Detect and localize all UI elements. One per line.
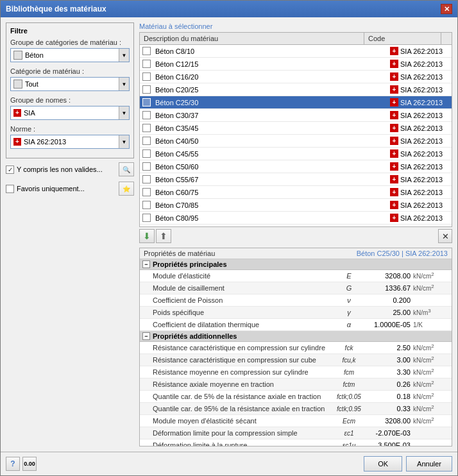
main-props-group-header[interactable]: − Propriétés principales: [140, 259, 452, 270]
material-row-code: +SIA 262:2013: [387, 111, 452, 119]
add-props-container: Résistance caractéristique en compressio…: [140, 342, 452, 446]
prop-symbol: fcm: [336, 369, 362, 376]
prop-row: Quantile car. de 5% de la résistance axi…: [140, 391, 452, 403]
main-props-toggle[interactable]: −: [142, 260, 150, 268]
prop-name: Coefficient de Poisson: [153, 296, 336, 304]
prop-unit: kN/cm2: [413, 284, 452, 292]
material-row-name: Béton C45/55: [153, 150, 387, 158]
prop-symbol: fctm: [336, 381, 362, 388]
bottom-bar: ? 0.00 OK Annuler: [1, 452, 457, 475]
material-row[interactable]: Béton C30/37+SIA 262:2013: [140, 109, 452, 122]
prop-symbol: Ecm: [336, 418, 362, 425]
material-row-code: +SIA 262:2013: [387, 188, 452, 196]
ok-button[interactable]: OK: [364, 456, 402, 472]
category-group-value: Béton: [25, 51, 117, 59]
swiss-flag-icon: +: [390, 60, 398, 68]
close-button[interactable]: ✕: [441, 4, 452, 14]
col-code: Code: [364, 33, 441, 44]
prop-symbol: fctk;0.05: [336, 393, 362, 400]
help-button[interactable]: ?: [6, 457, 20, 471]
material-code-text: SIA 262:2013: [400, 112, 443, 119]
prop-name: Quantile car. de 95% de la résistance ax…: [153, 405, 336, 412]
list-header: Description du matériau Code: [139, 32, 452, 44]
cancel-button[interactable]: Annuler: [406, 456, 452, 472]
favorites-row: Favoris uniquement... ⭐: [6, 180, 134, 197]
material-row[interactable]: Béton C16/20+SIA 262:2013: [140, 71, 452, 83]
norm-label: Norme :: [10, 125, 130, 133]
material-row-code: +SIA 262:2013: [387, 47, 452, 55]
favorites-info-btn[interactable]: ⭐: [119, 182, 134, 196]
material-row[interactable]: Béton C45/55+SIA 262:2013: [140, 148, 452, 160]
zero-button[interactable]: 0.00: [22, 457, 37, 471]
norm-group-combo[interactable]: SIA ▼: [10, 106, 130, 120]
category-group-combo[interactable]: Béton ▼: [10, 48, 130, 62]
prop-unit: kN/cm2: [413, 368, 452, 376]
properties-section: Propriétés de matériau Béton C25/30 | SI…: [139, 248, 452, 446]
material-row-checkbox: [140, 122, 153, 135]
material-row-checkbox: [140, 135, 153, 148]
material-row[interactable]: Béton C80/95+SIA 262:2013: [140, 212, 452, 225]
filter-group: Filtre Groupe de catégories de matériau …: [6, 22, 134, 158]
material-row-checkbox: [140, 71, 153, 83]
delete-btn[interactable]: ✕: [438, 229, 452, 243]
import-btn[interactable]: ⬇: [139, 229, 155, 243]
include-invalid-checkbox[interactable]: [6, 166, 14, 174]
prop-symbol: εc1u: [336, 442, 362, 447]
material-row-code: +SIA 262:2013: [387, 149, 452, 158]
material-row-name: Béton C70/85: [153, 201, 387, 209]
prop-unit: kN/cm2: [413, 392, 452, 400]
material-code-text: SIA 262:2013: [400, 176, 443, 183]
prop-symbol: fctk;0.95: [336, 405, 362, 412]
material-code-text: SIA 262:2013: [400, 73, 443, 81]
norm-combo[interactable]: SIA 262:2013 ▼: [10, 135, 130, 149]
material-row[interactable]: Béton C20/25+SIA 262:2013: [140, 83, 452, 96]
material-row[interactable]: Béton C8/10+SIA 262:2013: [140, 45, 452, 58]
swiss-flag-icon: +: [390, 98, 398, 106]
material-row[interactable]: Béton C35/45+SIA 262:2013: [140, 122, 452, 135]
prop-value: 3.30: [362, 368, 413, 376]
prop-symbol: fcu,k: [336, 357, 362, 364]
category-combo[interactable]: Tout ▼: [10, 77, 130, 91]
add-props-group-label: Propriétés additionnelles: [153, 332, 237, 340]
material-row-name: Béton C12/15: [153, 60, 387, 68]
norm-arrow: ▼: [119, 135, 129, 148]
prop-name: Module moyen d'élasticité sécant: [153, 417, 336, 425]
add-props-toggle[interactable]: −: [142, 332, 150, 340]
prop-name: Coefficient de dilatation thermique: [153, 321, 336, 328]
prop-row: Quantile car. de 95% de la résistance ax…: [140, 403, 452, 415]
material-row-name: Béton C35/45: [153, 124, 387, 132]
material-list[interactable]: Béton C8/10+SIA 262:2013Béton C12/15+SIA…: [139, 44, 452, 227]
material-row-checkbox: [140, 173, 153, 186]
prop-unit: kN/cm2: [413, 271, 452, 280]
prop-name: Poids spécifique: [153, 309, 336, 316]
window-title: Bibliothèque des matériaux: [6, 4, 106, 13]
prop-row: Déformation limite pour la compression s…: [140, 427, 452, 439]
include-invalid-info-btn[interactable]: 🔍: [119, 162, 134, 176]
favorites-checkbox[interactable]: [6, 185, 14, 193]
export-btn[interactable]: ⬆: [156, 229, 171, 243]
bottom-right-buttons: OK Annuler: [364, 456, 452, 472]
material-row-checkbox: [140, 160, 153, 173]
add-props-group-header[interactable]: − Propriétés additionnelles: [140, 331, 452, 342]
main-window: Bibliothèque des matériaux ✕ Filtre Grou…: [0, 0, 458, 476]
norm-flag: [13, 138, 21, 146]
prop-row: Résistance moyenne en compression sur cy…: [140, 366, 452, 378]
prop-symbol: ν: [336, 296, 362, 304]
prop-value: 3208.00: [362, 417, 413, 425]
material-row[interactable]: Béton C50/60+SIA 262:2013: [140, 160, 452, 173]
prop-unit: kN/cm2: [413, 355, 452, 364]
material-row[interactable]: Béton C40/50+SIA 262:2013: [140, 135, 452, 148]
material-row[interactable]: Béton C55/67+SIA 262:2013: [140, 173, 452, 186]
norm-group-label: Groupe de nomes :: [10, 96, 130, 104]
prop-unit: kN/cm2: [413, 416, 452, 425]
material-row[interactable]: Béton C25/30+SIA 262:2013: [140, 96, 452, 109]
material-row[interactable]: Béton C70/85+SIA 262:2013: [140, 199, 452, 212]
swiss-flag-icon: +: [390, 137, 398, 145]
material-row-checkbox: [140, 96, 153, 109]
prop-symbol: E: [336, 272, 362, 280]
material-row[interactable]: Béton C12/15+SIA 262:2013: [140, 58, 452, 71]
material-row-checkbox: [140, 45, 153, 58]
norm-group-value: SIA: [24, 109, 117, 117]
include-invalid-row: Y compris les non valides... 🔍: [6, 161, 134, 178]
material-row[interactable]: Béton C60/75+SIA 262:2013: [140, 186, 452, 199]
